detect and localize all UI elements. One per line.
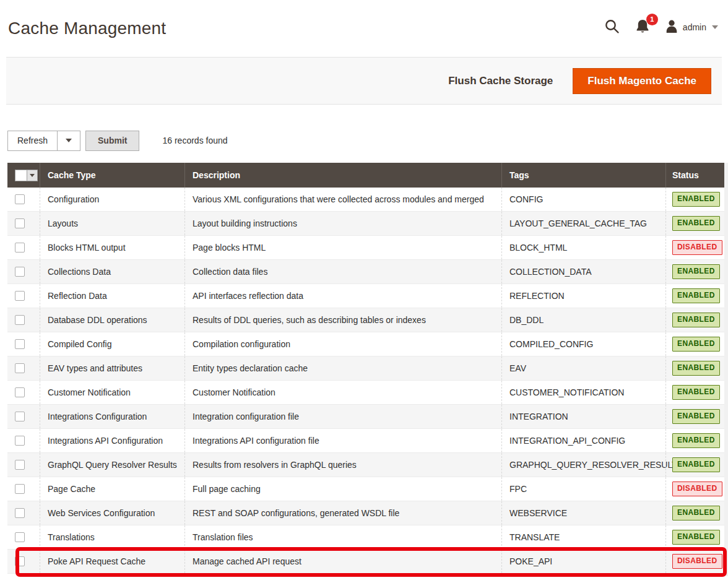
cache-type-text: EAV types and attributes (48, 363, 142, 373)
description-text: Integrations API configuration file (193, 436, 319, 446)
table-row[interactable]: Integrations API Configuration Integrati… (7, 429, 724, 453)
row-checkbox[interactable] (15, 194, 25, 204)
description-text: Full page caching (193, 484, 261, 494)
select-all-caret[interactable] (27, 170, 37, 181)
vertical-scrollbar[interactable] (724, 163, 728, 576)
search-button[interactable] (604, 19, 620, 37)
table-row[interactable]: Poke API Request Cache Manage cached API… (7, 550, 724, 574)
mass-action-selected-value: Refresh (8, 131, 57, 150)
row-checkbox-cell (7, 236, 40, 259)
description-text: Translation files (193, 532, 253, 542)
description-cell: Customer Notification (184, 381, 501, 404)
row-checkbox[interactable] (15, 484, 25, 494)
cache-type-text: Integrations Configuration (48, 412, 147, 421)
column-header-tags[interactable]: Tags (501, 163, 665, 188)
tags-text: COMPILED_CONFIG (509, 339, 593, 349)
table-row[interactable]: Customer Notification Customer Notificat… (7, 381, 724, 405)
table-row[interactable]: EAV types and attributes Entity types de… (7, 356, 724, 381)
column-header-description[interactable]: Description (184, 163, 501, 188)
cache-type-cell: Page Cache (40, 477, 184, 501)
status-badge: ENABLED (672, 506, 720, 520)
tags-text: LAYOUT_GENERAL_CACHE_TAG (509, 218, 647, 228)
status-cell: ENABLED (665, 356, 724, 380)
status-cell: ENABLED (665, 453, 724, 477)
status-cell: ENABLED (665, 284, 724, 308)
status-badge: ENABLED (672, 530, 720, 545)
row-checkbox[interactable] (15, 556, 25, 566)
flush-cache-storage-button[interactable]: Flush Cache Storage (448, 75, 553, 87)
table-row[interactable]: Integrations Configuration Integration c… (7, 405, 724, 429)
description-cell: Integration configuration file (184, 405, 501, 428)
notifications-button[interactable]: 1 (635, 19, 650, 37)
table-row[interactable]: Compiled Config Compilation configuratio… (7, 332, 724, 356)
status-badge: ENABLED (672, 264, 720, 279)
description-cell: REST and SOAP configurations, generated … (184, 501, 501, 525)
submit-button[interactable]: Submit (85, 131, 139, 151)
row-checkbox[interactable] (15, 436, 25, 446)
row-checkbox-cell (7, 212, 40, 235)
select-all-checkbox[interactable] (15, 170, 27, 181)
row-checkbox-cell (7, 501, 40, 525)
status-cell: ENABLED (665, 525, 724, 549)
row-checkbox[interactable] (15, 412, 25, 421)
row-checkbox[interactable] (15, 291, 25, 301)
cache-type-text: Collections Data (48, 267, 111, 277)
cache-type-cell: Customer Notification (40, 381, 184, 404)
tags-cell: TRANSLATE (501, 525, 665, 549)
row-checkbox[interactable] (15, 508, 25, 518)
tags-cell: LAYOUT_GENERAL_CACHE_TAG (501, 212, 665, 235)
description-text: Entity types declaration cache (193, 363, 308, 373)
cache-type-text: Database DDL operations (48, 315, 147, 325)
table-row[interactable]: Blocks HTML output Page blocks HTML BLOC… (7, 236, 724, 260)
tags-cell: CUSTOMER_NOTIFICATION (501, 381, 665, 404)
status-badge: ENABLED (672, 457, 720, 472)
table-row[interactable]: Translations Translation files TRANSLATE… (7, 525, 724, 550)
table-row[interactable]: Web Services Configuration REST and SOAP… (7, 501, 724, 525)
row-checkbox[interactable] (15, 532, 25, 542)
row-checkbox-cell (7, 550, 40, 573)
cache-type-text: Integrations API Configuration (48, 436, 163, 446)
chevron-down-icon (66, 139, 72, 142)
table-row[interactable]: Collections Data Collection data files C… (7, 260, 724, 284)
cache-type-text: Blocks HTML output (48, 243, 126, 253)
row-checkbox[interactable] (15, 243, 25, 253)
row-checkbox[interactable] (15, 218, 25, 228)
table-row[interactable]: Page Cache Full page caching FPC DISABLE… (7, 477, 724, 501)
select-all-control[interactable] (15, 170, 38, 181)
column-header-cache-type[interactable]: Cache Type (40, 163, 184, 188)
status-badge: DISABLED (672, 554, 722, 569)
description-text: Layout building instructions (193, 218, 297, 228)
tags-cell: DB_DDL (501, 308, 665, 332)
row-checkbox[interactable] (15, 267, 25, 277)
flush-magento-cache-button[interactable]: Flush Magento Cache (573, 68, 711, 94)
mass-action-caret[interactable] (57, 131, 80, 150)
tags-text: CUSTOMER_NOTIFICATION (509, 387, 624, 397)
cache-type-cell: Collections Data (40, 260, 184, 283)
table-row[interactable]: Configuration Various XML configurations… (7, 188, 724, 212)
tags-cell: INTEGRATION_API_CONFIG (501, 429, 665, 452)
table-row[interactable]: Layouts Layout building instructions LAY… (7, 212, 724, 236)
table-row[interactable]: GraphQL Query Resolver Results Results f… (7, 453, 724, 477)
admin-account-menu[interactable]: admin (665, 19, 718, 36)
tags-text: INTEGRATION_API_CONFIG (509, 436, 625, 446)
status-badge: ENABLED (672, 361, 720, 376)
cache-type-cell: Integrations API Configuration (40, 429, 184, 452)
status-badge: ENABLED (672, 433, 720, 448)
cache-type-cell: Poke API Request Cache (40, 550, 184, 573)
table-row[interactable]: Database DDL operations Results of DDL q… (7, 308, 724, 332)
column-header-status[interactable]: Status (665, 163, 724, 188)
cache-type-cell: GraphQL Query Resolver Results (40, 453, 184, 477)
row-checkbox[interactable] (15, 387, 25, 397)
chevron-down-icon (30, 174, 35, 177)
table-row[interactable]: Reflection Data API interfaces reflectio… (7, 284, 724, 308)
row-checkbox[interactable] (15, 363, 25, 373)
row-checkbox[interactable] (15, 460, 25, 470)
row-checkbox[interactable] (15, 339, 25, 349)
description-text: Compilation configuration (193, 339, 290, 349)
mass-action-select[interactable]: Refresh (7, 131, 80, 151)
row-checkbox[interactable] (15, 315, 25, 325)
description-cell: Integrations API configuration file (184, 429, 501, 452)
description-cell: Layout building instructions (184, 212, 501, 235)
cache-type-text: Translations (48, 532, 95, 542)
tags-text: POKE_API (509, 556, 552, 566)
